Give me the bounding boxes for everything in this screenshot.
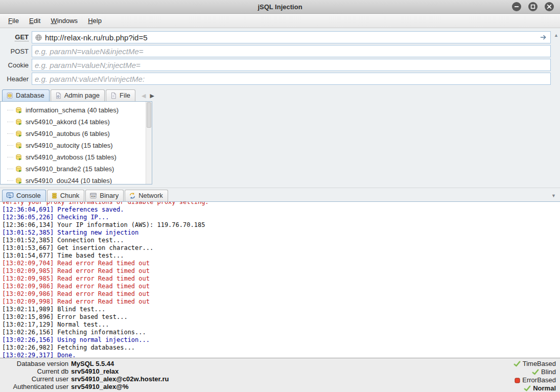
console-line: [13:02:09,986] Read error Read timed out xyxy=(2,283,560,290)
file-icon xyxy=(110,92,117,99)
post-field xyxy=(32,45,551,57)
strategy-indicator: ErrorBased xyxy=(515,376,556,384)
check-icon xyxy=(532,369,539,375)
status-row: Database version MySQL 5.5.44 xyxy=(2,360,169,367)
strategy-label: ErrorBased xyxy=(522,376,556,384)
expand-panel-button[interactable]: ▲ xyxy=(554,33,558,38)
submit-arrow-icon[interactable] xyxy=(540,33,548,41)
status-label: Current user xyxy=(2,375,68,383)
strategy-indicator: TimeBased xyxy=(514,360,556,368)
database-cylinder-icon xyxy=(15,165,22,173)
tree-connector xyxy=(7,145,13,146)
menu-windows[interactable]: Windows xyxy=(45,15,83,27)
strategy-label: Normal xyxy=(533,384,556,392)
tree-item[interactable]: srv54910_brande2 (15 tables) xyxy=(1,163,146,175)
close-button[interactable] xyxy=(545,2,554,11)
status-bar: Database version MySQL 5.5.44 Current db… xyxy=(0,358,560,392)
console-line: [13:02:26,982] Fetching databases... xyxy=(2,344,560,352)
tab-admin-page-label: Admin page xyxy=(64,91,100,99)
status-info: Database version MySQL 5.5.44 Current db… xyxy=(2,360,169,392)
post-input[interactable] xyxy=(35,46,548,56)
status-row: Authenticated user srv54910_alex@% xyxy=(2,383,169,390)
tree-scrollbar[interactable] xyxy=(146,102,152,184)
post-label: POST xyxy=(0,48,29,55)
maximize-icon xyxy=(530,4,535,9)
tab-chunk-label: Chunk xyxy=(60,192,80,199)
tree-item-label: srv54910_dou244 (10 tables) xyxy=(26,177,112,184)
header-label: Header xyxy=(0,75,29,83)
tab-database-label: Database xyxy=(16,91,44,99)
globe-icon xyxy=(35,34,42,41)
strategy-indicator: Normal xyxy=(524,384,556,392)
network-icon xyxy=(129,192,136,199)
database-icon xyxy=(6,92,13,99)
tab-network[interactable]: Network xyxy=(125,190,168,201)
close-icon xyxy=(547,4,552,9)
database-cylinder-icon xyxy=(15,106,22,114)
binary-icon: 010 xyxy=(89,192,97,199)
tree-item[interactable]: srv54910_avtoboss (15 tables) xyxy=(1,151,146,163)
console-line: [12:36:06,134] Your IP information (AWS)… xyxy=(2,221,560,229)
database-cylinder-icon xyxy=(15,118,22,126)
chunk-icon xyxy=(51,192,58,199)
console-line: [13:01:52,385] Starting new injection xyxy=(2,229,560,237)
post-row: POST xyxy=(0,45,560,57)
status-label: Database version xyxy=(2,360,68,367)
request-panel: GET POST Cookie Header xyxy=(0,28,560,88)
tree-connector xyxy=(7,110,13,110)
tree-item-label: srv54910_brande2 (15 tables) xyxy=(26,165,114,173)
tree-item[interactable]: srv54910_autobus (6 tables) xyxy=(1,128,146,140)
menu-file[interactable]: File xyxy=(3,15,24,27)
status-value: srv54910_alex@c02w.hoster.ru xyxy=(71,375,169,383)
tab-admin-page[interactable]: Admin page xyxy=(51,89,105,101)
output-tab-bar: Console Chunk 010 Binary Network ▼ xyxy=(0,188,560,201)
get-field xyxy=(32,31,551,43)
status-value: srv54910_alex@% xyxy=(71,383,128,390)
get-url-input[interactable] xyxy=(45,32,537,42)
menu-edit[interactable]: Edit xyxy=(24,15,45,27)
console-line: [13:02:26,156] Fetching informations... xyxy=(2,329,560,336)
console-line: [13:02:09,985] Read error Read timed out xyxy=(2,267,560,275)
tab-console[interactable]: Console xyxy=(2,190,46,201)
cookie-input[interactable] xyxy=(35,60,548,70)
tab-scroll-right-icon[interactable]: ▶ xyxy=(150,93,154,99)
menu-help[interactable]: Help xyxy=(83,15,107,27)
tree-item[interactable]: information_schema (40 tables) xyxy=(1,104,146,116)
output-tabs-dropdown-icon[interactable]: ▼ xyxy=(551,193,556,198)
tree-item-label: srv54910_autocity (15 tables) xyxy=(26,142,113,149)
tab-chunk[interactable]: Chunk xyxy=(47,190,85,201)
status-row: Current db srv54910_relax xyxy=(2,367,169,375)
strategy-indicator: Blind xyxy=(532,368,556,376)
console-line: verify your proxy informations or disabl… xyxy=(2,201,560,206)
strategy-label: Blind xyxy=(541,368,556,376)
console-line: [13:02:17,129] Normal test... xyxy=(2,321,560,329)
tree-item[interactable]: srv54910_autocity (15 tables) xyxy=(1,140,146,151)
title-bar: jSQL Injection xyxy=(0,0,560,14)
console-line: [12:36:05,226] Checking IP... xyxy=(2,214,560,221)
tree-item[interactable]: srv54910_dou244 (10 tables) xyxy=(1,175,146,184)
menu-bar: File Edit Windows Help xyxy=(0,14,560,28)
tab-database[interactable]: Database xyxy=(2,89,50,101)
console-line: [13:02:15,896] Error based test... xyxy=(2,313,560,321)
maximize-button[interactable] xyxy=(528,2,538,11)
resource-tab-bar: Database Admin page File ◀ ▶ xyxy=(0,88,560,101)
tree-scrollbar-thumb[interactable] xyxy=(147,102,151,128)
tab-scroll-left-icon[interactable]: ◀ xyxy=(142,93,146,99)
status-label: Current db xyxy=(2,367,68,375)
header-field xyxy=(32,73,551,85)
tree-item[interactable]: srv54910_akkord (14 tables) xyxy=(1,116,146,128)
status-value: MySQL 5.5.44 xyxy=(71,360,114,367)
tree-item-label: srv54910_akkord (14 tables) xyxy=(26,118,110,126)
console-icon xyxy=(6,192,14,199)
tab-binary[interactable]: 010 Binary xyxy=(85,190,124,201)
tab-file[interactable]: File xyxy=(106,89,135,101)
tab-scroll-arrows: ◀ ▶ xyxy=(142,93,154,101)
tree-empty-area xyxy=(152,101,560,185)
tab-network-label: Network xyxy=(138,192,163,199)
header-input[interactable] xyxy=(35,74,548,84)
database-cylinder-icon xyxy=(15,130,22,137)
errorbased-square-icon xyxy=(515,378,520,383)
minimize-button[interactable] xyxy=(512,2,521,11)
database-tree-panel: information_schema (40 tables) srv54910_… xyxy=(0,101,152,185)
check-icon xyxy=(524,385,531,391)
